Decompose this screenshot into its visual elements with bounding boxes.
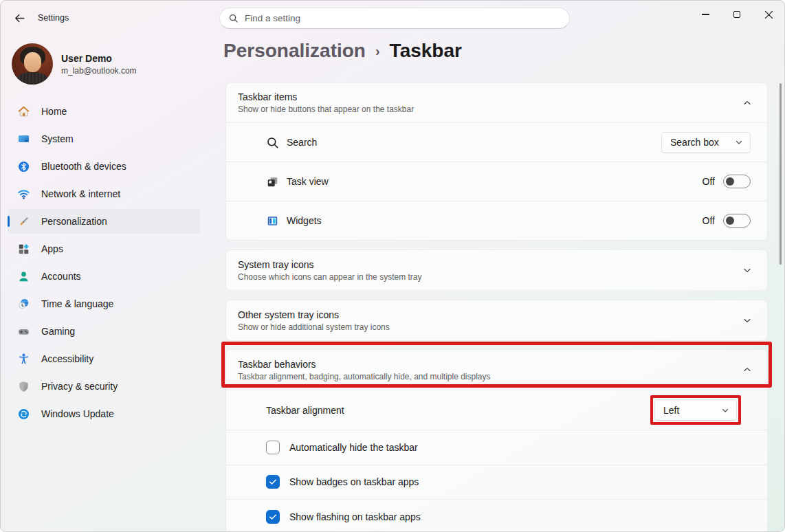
sidebar-nav: Home System Bluetooth & devices Network … [1, 99, 208, 429]
section-subtitle: Choose which icons can appear in the sys… [238, 272, 421, 282]
widgets-toggle[interactable] [723, 214, 751, 228]
sidebar-item-privacy-security[interactable]: Privacy & security [8, 374, 200, 399]
privacy-security-icon [17, 380, 30, 393]
personalization-icon [17, 215, 30, 228]
show-flashing-checkbox[interactable] [266, 510, 280, 524]
taskbar-items-header[interactable]: Taskbar items Show or hide buttons that … [226, 83, 767, 122]
row-show-badges: Show badges on taskbar apps [226, 465, 767, 500]
settings-window: Settings User Demo m_lab@outlook.com Hom… [0, 0, 785, 532]
row-widgets: Widgets Off [226, 201, 767, 240]
task-view-icon [266, 175, 279, 188]
section-title: Taskbar behaviors [238, 359, 491, 370]
row-task-view: Task view Off [226, 162, 767, 201]
sidebar-item-bluetooth-devices[interactable]: Bluetooth & devices [8, 154, 200, 179]
time-language-icon [17, 298, 30, 311]
sidebar-item-system[interactable]: System [8, 126, 200, 151]
minimize-icon [702, 14, 709, 14]
card-taskbar-items: Taskbar items Show or hide buttons that … [225, 82, 768, 241]
minimize-button[interactable] [689, 1, 721, 28]
auto-hide-checkbox[interactable] [266, 441, 280, 454]
chevron-down-icon [742, 265, 752, 275]
gaming-icon [17, 325, 30, 338]
sidebar-item-gaming[interactable]: Gaming [8, 319, 200, 344]
check-icon [268, 512, 278, 522]
row-label: Widgets [287, 215, 322, 226]
sidebar-item-label: Network & internet [41, 188, 120, 199]
sidebar-item-label: System [41, 133, 74, 144]
close-button[interactable] [753, 1, 784, 28]
sidebar-item-time-language[interactable]: Time & language [8, 291, 200, 316]
chevron-down-icon [742, 315, 752, 325]
network-icon [17, 188, 30, 201]
sidebar-item-label: Bluetooth & devices [41, 161, 126, 172]
chevron-up-icon [742, 365, 752, 375]
show-badges-checkbox[interactable] [266, 475, 280, 489]
sidebar-item-label: Personalization [41, 216, 107, 227]
bluetooth-icon [17, 160, 30, 173]
section-subtitle: Show or hide additional system tray icon… [238, 322, 390, 332]
row-auto-hide-taskbar: Automatically hide the taskbar [226, 430, 767, 465]
sidebar-item-label: Accessibility [41, 353, 93, 364]
page-title: Taskbar [390, 40, 462, 62]
vertical-scrollbar[interactable] [780, 83, 782, 265]
section-title: System tray icons [238, 259, 421, 270]
check-icon [268, 477, 278, 487]
row-search: Search Search box [226, 122, 767, 162]
card-system-tray-icons: System tray icons Choose which icons can… [225, 250, 768, 291]
section-title: Taskbar items [238, 91, 414, 102]
user-name: User Demo [61, 53, 137, 64]
taskbar-behaviors-header[interactable]: Taskbar behaviors Taskbar alignment, bad… [226, 350, 767, 390]
settings-content: Taskbar items Show or hide buttons that … [225, 82, 768, 532]
arrow-left-icon [14, 12, 25, 24]
maximize-button[interactable] [721, 1, 753, 28]
search-icon [266, 136, 279, 149]
card-other-system-tray-icons: Other system tray icons Show or hide add… [225, 300, 768, 341]
section-subtitle: Taskbar alignment, badging, automaticall… [238, 372, 491, 381]
sidebar-item-label: Accounts [41, 271, 81, 282]
maximize-icon [733, 11, 740, 18]
apps-icon [17, 243, 30, 256]
widgets-icon [266, 214, 279, 228]
search-input[interactable] [245, 13, 561, 23]
breadcrumb-separator-icon: › [375, 43, 380, 59]
section-subtitle: Show or hide buttons that appear on the … [238, 104, 414, 114]
dropdown-value: Left [663, 405, 679, 416]
sidebar: User Demo m_lab@outlook.com Home System … [1, 34, 208, 531]
card-taskbar-behaviors: Taskbar behaviors Taskbar alignment, bad… [225, 349, 768, 532]
sidebar-item-home[interactable]: Home [8, 99, 200, 124]
chevron-down-icon [721, 406, 729, 414]
row-label: Task view [287, 176, 329, 187]
app-title: Settings [38, 13, 69, 23]
search-icon [228, 13, 239, 23]
taskbar-alignment-dropdown[interactable]: Left [654, 399, 737, 421]
sidebar-item-accounts[interactable]: Accounts [8, 264, 200, 289]
sidebar-item-label: Home [41, 106, 67, 117]
checkbox-label: Automatically hide the taskbar [289, 442, 418, 453]
sidebar-item-accessibility[interactable]: Accessibility [8, 346, 200, 371]
back-button[interactable] [9, 9, 30, 27]
accessibility-icon [17, 353, 30, 366]
user-profile[interactable]: User Demo m_lab@outlook.com [12, 43, 137, 85]
row-taskbar-alignment: Taskbar alignment Left [226, 390, 767, 430]
breadcrumb: Personalization › Taskbar [223, 40, 462, 62]
chevron-down-icon [735, 138, 743, 146]
sidebar-item-label: Apps [41, 243, 63, 254]
find-setting-search[interactable] [219, 8, 570, 29]
search-style-dropdown[interactable]: Search box [661, 132, 751, 153]
checkbox-label: Show flashing on taskbar apps [289, 511, 421, 522]
sidebar-item-windows-update[interactable]: Windows Update [8, 401, 200, 426]
sidebar-item-personalization[interactable]: Personalization [8, 209, 200, 234]
breadcrumb-personalization[interactable]: Personalization [223, 40, 366, 62]
other-system-tray-icons-header[interactable]: Other system tray icons Show or hide add… [226, 300, 767, 340]
task-view-toggle[interactable] [723, 175, 751, 188]
system-icon [17, 133, 30, 146]
sidebar-item-apps[interactable]: Apps [8, 236, 200, 261]
system-tray-icons-header[interactable]: System tray icons Choose which icons can… [226, 250, 767, 290]
row-label: Search [287, 137, 317, 148]
sidebar-item-label: Gaming [41, 326, 75, 337]
sidebar-item-network-internet[interactable]: Network & internet [8, 181, 200, 206]
dropdown-value: Search box [670, 137, 719, 148]
row-show-flashing: Show flashing on taskbar apps [226, 499, 767, 532]
window-controls [689, 1, 784, 28]
home-icon [17, 105, 30, 118]
